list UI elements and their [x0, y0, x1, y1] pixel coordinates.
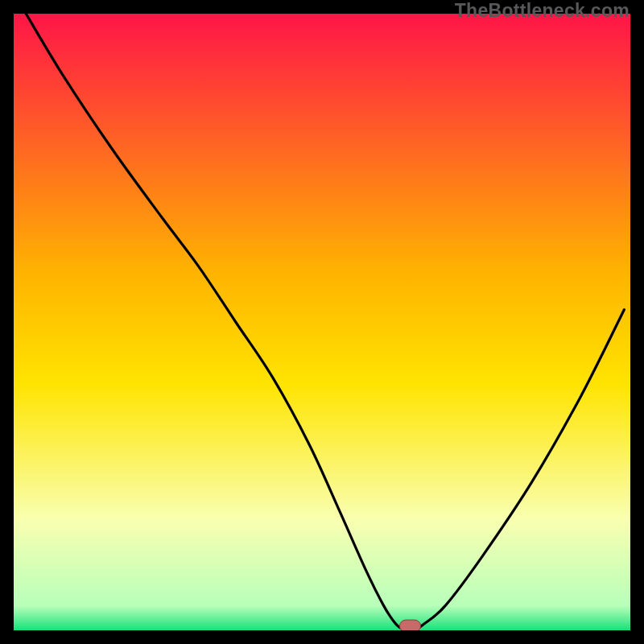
optimum-marker [400, 620, 421, 630]
chart-svg [14, 14, 630, 630]
gradient-background [14, 14, 630, 630]
chart-frame: TheBottleneck.com [0, 0, 644, 644]
plot-area [14, 14, 630, 630]
watermark-text: TheBottleneck.com [455, 0, 630, 22]
